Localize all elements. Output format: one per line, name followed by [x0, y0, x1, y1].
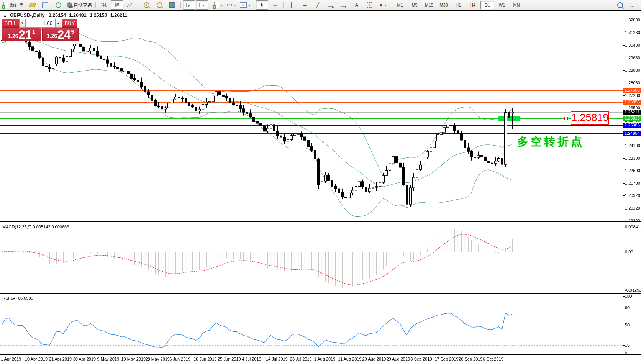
auto-scroll-button[interactable] — [183, 0, 195, 10]
new-chart-icon: + — [214, 2, 219, 8]
price-axis-tick-label: 1.31280 — [625, 30, 640, 35]
new-order-label: 新订单 — [10, 2, 24, 8]
new-order-icon: + — [3, 2, 8, 8]
fibonacci-tool-button[interactable]: F — [338, 0, 350, 10]
text-label-icon: T — [367, 2, 372, 8]
ohlc-open: 1.26154 — [49, 13, 66, 18]
search-button[interactable] — [614, 0, 626, 10]
periods-button[interactable]: ▾ — [225, 0, 238, 10]
price-line-tag[interactable]: 1.26855 — [623, 100, 641, 105]
trendline-tool-button[interactable]: ╱ — [311, 0, 324, 10]
bar-chart-mode-button[interactable] — [98, 0, 110, 10]
price-axis-tick-label: 1.27280 — [625, 93, 640, 98]
auto-trading-label: 自动交易 — [74, 2, 92, 8]
date-axis-label: 8 Sep 2019 — [410, 357, 432, 361]
date-axis-label: 9 May 2019 — [97, 357, 119, 361]
timeframe-button-m15[interactable]: M15 — [422, 1, 436, 9]
rsi-label: RSI(14) 66.0980 — [2, 296, 33, 300]
buy-price-point: 5 — [71, 29, 74, 35]
collapse-triangle-icon[interactable]: ▲ — [3, 13, 7, 18]
chat-button[interactable] — [627, 0, 639, 10]
channel-tool-button[interactable]: E — [325, 0, 337, 10]
date-axis-label: 26 Sep 2019 — [459, 357, 482, 361]
price-axis-tick-label: 1.20120 — [625, 206, 640, 210]
arrows-tool-button[interactable]: ✦▾ — [377, 0, 389, 10]
horizontal-line-tool-button[interactable]: ─ — [298, 0, 311, 10]
buy-button[interactable]: BUY — [62, 19, 77, 28]
timeframe-button-m30[interactable]: M30 — [437, 1, 451, 9]
mt5-terminal: + 新订单 自动交易 + − +▾ — [0, 0, 641, 364]
one-click-trading-panel: SELL ▼ ▲ BUY 1.26 21 1 1.26 24 5 — [2, 19, 79, 41]
toolbar-separator — [391, 2, 391, 8]
tile-windows-button[interactable] — [166, 0, 179, 10]
trendline-icon: ╱ — [316, 3, 319, 8]
price-axis-tick-label: 1.28880 — [625, 68, 640, 72]
zoom-in-button[interactable]: + — [140, 0, 152, 10]
volume-increase-button[interactable]: ▲ — [55, 19, 61, 28]
timeframe-button-h1[interactable]: H1 — [451, 1, 465, 9]
text-tool-button[interactable]: A — [351, 0, 363, 10]
price-line-tag[interactable]: 1.25819 — [623, 116, 641, 121]
macd-axis-label: 0.008411 — [625, 225, 641, 229]
rsi-axis-label: 15 — [625, 343, 630, 348]
price-axis-tick-label: 1.30480 — [625, 43, 640, 48]
symbol-period-label: GBPUSD-,Daily — [10, 13, 44, 18]
date-axis-label: 25 Jun 2019 — [218, 357, 241, 361]
timeframe-button-d1[interactable]: D1 — [480, 1, 494, 9]
timeframe-button-m5[interactable]: M5 — [408, 1, 421, 9]
sell-button[interactable]: SELL — [2, 19, 19, 28]
price-line-tag[interactable]: 1.25385 — [623, 123, 641, 128]
broadcast-icon — [56, 2, 61, 8]
timeframe-button-m1[interactable]: M1 — [393, 1, 407, 9]
volume-decrease-button[interactable]: ▼ — [19, 19, 25, 28]
text-label-tool-button[interactable]: T — [364, 0, 376, 10]
signals-button[interactable] — [52, 0, 64, 10]
new-order-button[interactable]: + 新订单 — [2, 0, 25, 10]
zoom-out-button[interactable]: − — [153, 0, 166, 10]
timeframe-button-mn[interactable]: MN — [510, 1, 523, 9]
price-axis-tick-label: 1.20920 — [625, 193, 640, 198]
price-line-tag[interactable]: 1.27603 — [623, 88, 641, 93]
new-chart-button[interactable]: +▾ — [212, 0, 225, 10]
templates-button[interactable]: ∿▾ — [238, 0, 252, 10]
date-axis-label: 29 Aug 2019 — [386, 357, 410, 361]
fibonacci-icon: F — [341, 3, 346, 7]
price-chart-canvas[interactable] — [0, 0, 641, 364]
date-axis-label: 19 May 2019 — [121, 357, 146, 361]
depth-of-market-button[interactable] — [26, 0, 38, 10]
text-icon: A — [355, 3, 359, 8]
ohlc-low: 1.25150 — [90, 13, 107, 18]
buy-price-quote[interactable]: 1.26 24 5 — [42, 28, 79, 41]
vertical-line-tool-button[interactable]: │ — [285, 0, 298, 10]
toolbar: + 新订单 自动交易 + − +▾ — [0, 0, 641, 10]
price-axis-tick-label: 1.32080 — [625, 18, 640, 22]
timeframe-button-h4[interactable]: H4 — [466, 1, 480, 9]
crosshair-tool-button[interactable]: ┼ — [269, 0, 281, 10]
cursor-tool-button[interactable] — [256, 0, 268, 10]
toolbar-separator — [95, 2, 96, 8]
toolbar-separator — [180, 2, 181, 8]
volume-input[interactable] — [25, 19, 55, 28]
ohlc-high: 1.26481 — [69, 13, 87, 18]
auto-trading-button[interactable]: 自动交易 — [65, 0, 93, 10]
auto-trading-icon — [67, 2, 72, 8]
date-axis-label: 14 Jul 2019 — [266, 357, 288, 361]
chart-shift-button[interactable] — [196, 0, 208, 10]
macd-axis-label: 0.00 — [625, 249, 633, 254]
price-line-tag[interactable]: 1.24854 — [623, 131, 641, 136]
vertical-line-icon: │ — [290, 3, 293, 8]
sell-price-quote[interactable]: 1.26 21 1 — [2, 28, 41, 41]
timeframe-button-w1[interactable]: W1 — [495, 1, 509, 9]
date-axis-label: 1 Aug 2019 — [314, 357, 336, 361]
equidistant-channel-icon: E — [328, 3, 333, 7]
hline-selection-marker[interactable] — [564, 117, 568, 120]
tile-windows-icon — [169, 2, 175, 8]
price-level-callout[interactable]: 1.25819 — [571, 111, 609, 125]
rsi-axis-label: 80 — [625, 305, 630, 310]
new-window-button[interactable] — [39, 0, 51, 10]
candlestick-mode-button[interactable] — [111, 0, 123, 10]
price-axis-tick-label: 1.22500 — [625, 168, 640, 173]
price-line-tag[interactable]: 1.26211 — [623, 110, 641, 115]
chart-shift-icon — [199, 2, 205, 8]
line-chart-mode-button[interactable] — [124, 0, 136, 10]
